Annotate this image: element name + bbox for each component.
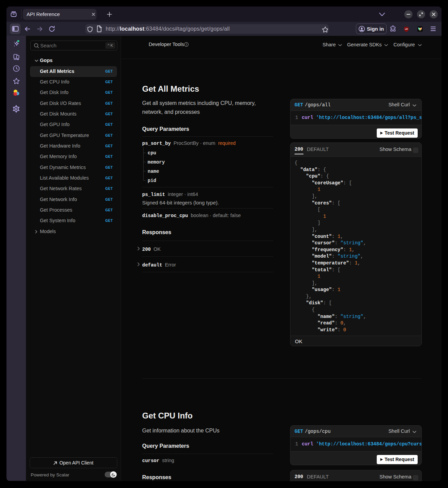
- svg-text:uO: uO: [405, 28, 408, 30]
